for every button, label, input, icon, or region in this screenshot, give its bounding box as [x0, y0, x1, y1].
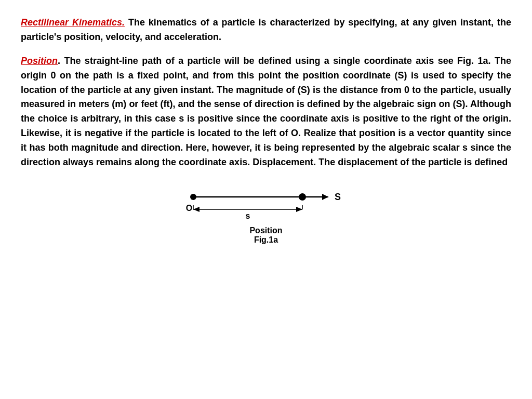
- svg-text:s: s: [246, 211, 250, 220]
- title-link: Rectilinear Kinematics.: [21, 17, 125, 28]
- svg-marker-9: [193, 207, 200, 212]
- figure-caption: Position Fig.1a: [249, 226, 282, 245]
- figure-area: O S s Position Fig.1a: [21, 182, 511, 245]
- svg-text:S: S: [335, 192, 341, 202]
- position-diagram: O S s: [178, 182, 354, 224]
- svg-text:O: O: [186, 204, 192, 212]
- svg-marker-1: [322, 194, 328, 200]
- svg-point-2: [190, 194, 196, 200]
- paragraph-1: Rectilinear Kinematics. The kinematics o…: [21, 16, 511, 45]
- paragraph2-body: . The straight-line path of a particle w…: [21, 56, 511, 167]
- position-link: Position: [21, 56, 58, 66]
- svg-marker-10: [296, 207, 302, 212]
- paragraph-2: Position. The straight-line path of a pa…: [21, 54, 511, 170]
- svg-point-3: [299, 193, 306, 201]
